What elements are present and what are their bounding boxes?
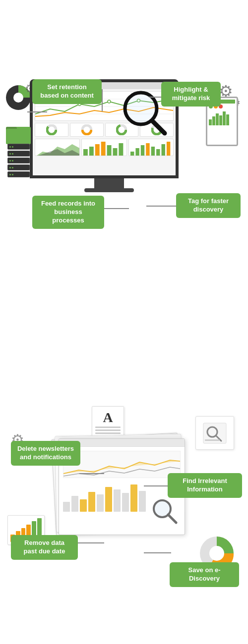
bubble-highlight-risk: Highlight & mitigate risk: [161, 82, 221, 107]
bar-f-5: [97, 494, 104, 512]
server-unit-5: [7, 171, 30, 177]
server-light-2: [12, 146, 13, 148]
svg-point-6: [108, 100, 111, 103]
svg-rect-30: [135, 148, 139, 156]
svg-rect-29: [130, 152, 134, 156]
server-unit-3: [7, 158, 30, 163]
widget-donut-2: [70, 123, 104, 137]
server-light-5: [9, 160, 11, 161]
widget-donut-1: [35, 123, 68, 137]
server-stack: [7, 144, 30, 178]
doc-letter-lines: [95, 427, 121, 434]
svg-point-1: [13, 93, 23, 103]
bar-f-7: [114, 489, 121, 512]
bar-f-4: [88, 492, 95, 512]
bar-f-9: [130, 484, 137, 512]
connector-feed-records: [104, 208, 129, 209]
server-light-3: [9, 153, 11, 155]
connector-tag-discovery: [146, 206, 176, 207]
doc-line-3: [95, 432, 121, 434]
doc-letter-char: A: [103, 411, 113, 425]
search-overlay-doc: [151, 498, 179, 527]
svg-rect-32: [146, 143, 149, 156]
svg-line-38: [152, 121, 165, 133]
svg-rect-35: [161, 144, 165, 156]
svg-rect-33: [151, 147, 154, 156]
svg-rect-50: [205, 439, 220, 441]
bubble-feed-records: Feed records into business processes: [32, 196, 104, 229]
bar-2: [212, 116, 215, 125]
bar-f-3: [80, 499, 87, 512]
bubble-save-discovery: Save on e-Discovery: [170, 562, 239, 587]
bar-f-2: [71, 496, 78, 512]
svg-line-46: [168, 515, 176, 523]
charts-row: [35, 139, 174, 156]
svg-point-10: [49, 127, 54, 132]
chart-mountain-3: [128, 139, 174, 156]
chart-mountain-1: [35, 139, 80, 156]
svg-point-52: [209, 546, 224, 561]
server-unit-1: [7, 144, 30, 150]
server-light-6: [12, 160, 13, 161]
bar-3: [216, 113, 219, 125]
svg-rect-27: [113, 148, 118, 156]
connector-bottom-left: [79, 473, 104, 474]
svg-rect-36: [167, 142, 170, 156]
bubble-set-retention: Set retention based on content: [32, 79, 102, 104]
chart-mountain-2: [81, 139, 126, 156]
doc-search-icon-small: [195, 416, 234, 450]
connector-bottom-right-2: [144, 552, 171, 553]
bubble-delete-newsletters: Delete newsletters and notifications: [11, 441, 80, 466]
svg-rect-25: [101, 142, 106, 156]
svg-rect-31: [140, 145, 144, 156]
bubble-remove-data: Remove data past due date: [11, 535, 78, 560]
svg-rect-24: [95, 144, 100, 156]
connector-line-top: [102, 89, 103, 111]
svg-rect-41: [6, 129, 31, 144]
server-light-7: [9, 167, 11, 168]
bubble-find-irrelevant: Find Irrelevant Information: [168, 473, 242, 498]
bar-f-10: [139, 491, 146, 512]
server-unit-2: [7, 151, 30, 157]
monitor-stand: [94, 178, 124, 188]
svg-rect-34: [156, 149, 160, 156]
phone-bar-chart: [209, 110, 235, 125]
bar-4: [219, 115, 222, 125]
svg-rect-28: [119, 143, 124, 156]
bar-6: [226, 114, 229, 125]
bar-f-6: [105, 487, 112, 512]
server-light-4: [12, 153, 13, 155]
connector-line-left: [27, 111, 47, 112]
bubble-tag-discovery: Tag for faster discovery: [176, 193, 241, 218]
server-light-10: [12, 174, 13, 175]
bar-f-8: [122, 493, 129, 512]
server-light-8: [12, 167, 13, 168]
connector-bottom-right: [144, 485, 171, 486]
bar-f-1: [63, 502, 70, 512]
svg-rect-26: [107, 145, 112, 156]
svg-rect-23: [89, 147, 94, 156]
server-light-9: [9, 174, 11, 175]
monitor-base: [84, 188, 134, 192]
doc-line-2: [95, 429, 121, 431]
server-unit-4: [7, 164, 30, 170]
server-light-1: [9, 146, 11, 148]
svg-rect-22: [83, 149, 88, 156]
bar-5: [223, 111, 226, 125]
svg-point-13: [84, 127, 89, 132]
doc-line-1: [95, 427, 121, 428]
bar-1: [209, 119, 212, 125]
connector-bottom-left-2: [77, 542, 104, 543]
main-scene: ⚙ ⚙ ⚙ Set retention based on content Hig…: [0, 0, 248, 644]
